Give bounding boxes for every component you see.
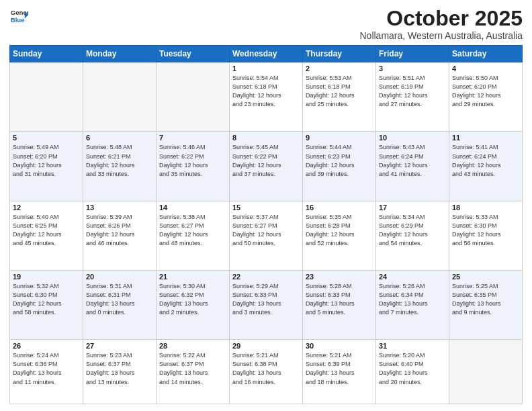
header-row: Sunday Monday Tuesday Wednesday Thursday… xyxy=(10,46,523,62)
day-number: 13 xyxy=(86,203,153,212)
day-number: 9 xyxy=(306,134,373,142)
day-info: Sunrise: 5:21 AM Sunset: 6:39 PM Dayligh… xyxy=(306,351,373,386)
day-info: Sunrise: 5:20 AM Sunset: 6:40 PM Dayligh… xyxy=(379,351,446,386)
calendar-cell: 27Sunrise: 5:23 AM Sunset: 6:37 PM Dayli… xyxy=(83,340,157,404)
day-info: Sunrise: 5:38 AM Sunset: 6:27 PM Dayligh… xyxy=(159,213,226,248)
calendar-cell: 14Sunrise: 5:38 AM Sunset: 6:27 PM Dayli… xyxy=(157,201,230,270)
day-number: 1 xyxy=(232,64,300,73)
calendar-cell: 17Sunrise: 5:34 AM Sunset: 6:29 PM Dayli… xyxy=(376,201,449,270)
calendar-cell: 30Sunrise: 5:21 AM Sunset: 6:39 PM Dayli… xyxy=(303,340,376,404)
day-number: 22 xyxy=(232,273,300,281)
col-wednesday: Wednesday xyxy=(230,46,303,62)
calendar-cell: 11Sunrise: 5:41 AM Sunset: 6:24 PM Dayli… xyxy=(449,132,523,201)
day-info: Sunrise: 5:45 AM Sunset: 6:22 PM Dayligh… xyxy=(232,143,300,178)
day-number: 16 xyxy=(306,203,373,212)
day-info: Sunrise: 5:33 AM Sunset: 6:30 PM Dayligh… xyxy=(452,213,519,248)
calendar-cell: 1Sunrise: 5:54 AM Sunset: 6:18 PM Daylig… xyxy=(230,62,303,132)
day-number: 27 xyxy=(86,342,153,350)
calendar-cell: 3Sunrise: 5:51 AM Sunset: 6:19 PM Daylig… xyxy=(376,62,449,132)
day-number: 10 xyxy=(379,134,446,142)
day-info: Sunrise: 5:24 AM Sunset: 6:36 PM Dayligh… xyxy=(13,351,80,386)
day-info: Sunrise: 5:54 AM Sunset: 6:18 PM Dayligh… xyxy=(232,74,300,109)
calendar-cell: 31Sunrise: 5:20 AM Sunset: 6:40 PM Dayli… xyxy=(376,340,449,404)
col-friday: Friday xyxy=(376,46,449,62)
calendar-cell: 24Sunrise: 5:26 AM Sunset: 6:34 PM Dayli… xyxy=(376,271,449,340)
day-number: 3 xyxy=(379,64,446,73)
day-number: 11 xyxy=(452,134,519,142)
day-number: 24 xyxy=(379,273,446,281)
day-number: 25 xyxy=(452,273,519,281)
location-title: Nollamara, Western Australia, Australia xyxy=(359,30,523,41)
calendar-cell: 2Sunrise: 5:53 AM Sunset: 6:18 PM Daylig… xyxy=(303,62,376,132)
calendar-cell: 10Sunrise: 5:43 AM Sunset: 6:24 PM Dayli… xyxy=(376,132,449,201)
day-info: Sunrise: 5:22 AM Sunset: 6:37 PM Dayligh… xyxy=(159,351,226,386)
calendar-week-4: 19Sunrise: 5:32 AM Sunset: 6:30 PM Dayli… xyxy=(10,271,523,340)
day-number: 29 xyxy=(232,342,300,350)
calendar-cell: 4Sunrise: 5:50 AM Sunset: 6:20 PM Daylig… xyxy=(449,62,523,132)
calendar-cell: 28Sunrise: 5:22 AM Sunset: 6:37 PM Dayli… xyxy=(157,340,230,404)
day-info: Sunrise: 5:32 AM Sunset: 6:30 PM Dayligh… xyxy=(13,282,80,317)
calendar-week-5: 26Sunrise: 5:24 AM Sunset: 6:36 PM Dayli… xyxy=(10,340,523,404)
calendar-cell xyxy=(10,62,83,132)
calendar-cell: 16Sunrise: 5:35 AM Sunset: 6:28 PM Dayli… xyxy=(303,201,376,270)
day-number: 17 xyxy=(379,203,446,212)
calendar-week-3: 12Sunrise: 5:40 AM Sunset: 6:25 PM Dayli… xyxy=(10,201,523,270)
day-number: 15 xyxy=(232,203,300,212)
col-sunday: Sunday xyxy=(10,46,83,62)
calendar-cell: 22Sunrise: 5:29 AM Sunset: 6:33 PM Dayli… xyxy=(230,271,303,340)
calendar-cell: 13Sunrise: 5:39 AM Sunset: 6:26 PM Dayli… xyxy=(83,201,157,270)
calendar-cell xyxy=(449,340,523,404)
calendar-cell: 18Sunrise: 5:33 AM Sunset: 6:30 PM Dayli… xyxy=(449,201,523,270)
calendar-cell: 21Sunrise: 5:30 AM Sunset: 6:32 PM Dayli… xyxy=(157,271,230,340)
calendar-cell: 12Sunrise: 5:40 AM Sunset: 6:25 PM Dayli… xyxy=(10,201,83,270)
day-number: 18 xyxy=(452,203,519,212)
day-info: Sunrise: 5:41 AM Sunset: 6:24 PM Dayligh… xyxy=(452,143,519,178)
day-info: Sunrise: 5:37 AM Sunset: 6:27 PM Dayligh… xyxy=(232,213,300,248)
page: General Blue October 2025 Nollamara, Wes… xyxy=(0,0,532,411)
col-monday: Monday xyxy=(83,46,157,62)
day-number: 12 xyxy=(13,203,80,212)
day-info: Sunrise: 5:39 AM Sunset: 6:26 PM Dayligh… xyxy=(86,213,153,248)
month-title: October 2025 xyxy=(359,7,523,30)
top-area: General Blue October 2025 Nollamara, Wes… xyxy=(9,7,523,41)
day-info: Sunrise: 5:23 AM Sunset: 6:37 PM Dayligh… xyxy=(86,351,153,386)
day-info: Sunrise: 5:40 AM Sunset: 6:25 PM Dayligh… xyxy=(13,213,80,248)
day-info: Sunrise: 5:29 AM Sunset: 6:33 PM Dayligh… xyxy=(232,282,300,317)
day-info: Sunrise: 5:44 AM Sunset: 6:23 PM Dayligh… xyxy=(306,143,373,178)
calendar-cell: 26Sunrise: 5:24 AM Sunset: 6:36 PM Dayli… xyxy=(10,340,83,404)
calendar-cell: 29Sunrise: 5:21 AM Sunset: 6:38 PM Dayli… xyxy=(230,340,303,404)
day-number: 23 xyxy=(306,273,373,281)
calendar-table: Sunday Monday Tuesday Wednesday Thursday… xyxy=(9,45,523,404)
calendar-cell: 9Sunrise: 5:44 AM Sunset: 6:23 PM Daylig… xyxy=(303,132,376,201)
calendar-cell xyxy=(157,62,230,132)
calendar-cell xyxy=(83,62,157,132)
day-info: Sunrise: 5:26 AM Sunset: 6:34 PM Dayligh… xyxy=(379,282,446,317)
day-info: Sunrise: 5:28 AM Sunset: 6:33 PM Dayligh… xyxy=(306,282,373,317)
calendar-cell: 5Sunrise: 5:49 AM Sunset: 6:20 PM Daylig… xyxy=(10,132,83,201)
calendar-cell: 25Sunrise: 5:25 AM Sunset: 6:35 PM Dayli… xyxy=(449,271,523,340)
day-info: Sunrise: 5:50 AM Sunset: 6:20 PM Dayligh… xyxy=(452,74,519,109)
day-number: 4 xyxy=(452,64,519,73)
col-thursday: Thursday xyxy=(303,46,376,62)
day-info: Sunrise: 5:48 AM Sunset: 6:21 PM Dayligh… xyxy=(86,143,153,178)
calendar-cell: 8Sunrise: 5:45 AM Sunset: 6:22 PM Daylig… xyxy=(230,132,303,201)
logo: General Blue xyxy=(9,7,28,26)
calendar-cell: 6Sunrise: 5:48 AM Sunset: 6:21 PM Daylig… xyxy=(83,132,157,201)
day-number: 19 xyxy=(13,273,80,281)
day-number: 7 xyxy=(159,134,226,142)
logo-icon: General Blue xyxy=(9,7,28,26)
day-number: 21 xyxy=(159,273,226,281)
day-number: 8 xyxy=(232,134,300,142)
day-number: 5 xyxy=(13,134,80,142)
calendar-cell: 23Sunrise: 5:28 AM Sunset: 6:33 PM Dayli… xyxy=(303,271,376,340)
day-info: Sunrise: 5:25 AM Sunset: 6:35 PM Dayligh… xyxy=(452,282,519,317)
day-number: 31 xyxy=(379,342,446,350)
calendar-cell: 20Sunrise: 5:31 AM Sunset: 6:31 PM Dayli… xyxy=(83,271,157,340)
day-number: 6 xyxy=(86,134,153,142)
col-saturday: Saturday xyxy=(449,46,523,62)
calendar-cell: 15Sunrise: 5:37 AM Sunset: 6:27 PM Dayli… xyxy=(230,201,303,270)
day-number: 20 xyxy=(86,273,153,281)
col-tuesday: Tuesday xyxy=(157,46,230,62)
day-info: Sunrise: 5:51 AM Sunset: 6:19 PM Dayligh… xyxy=(379,74,446,109)
day-info: Sunrise: 5:49 AM Sunset: 6:20 PM Dayligh… xyxy=(13,143,80,178)
